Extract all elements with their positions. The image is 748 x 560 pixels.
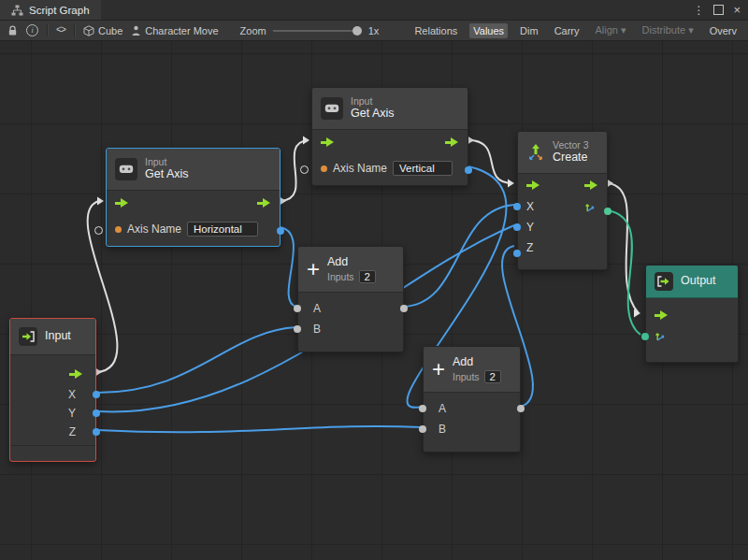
toolbar-separator — [74, 24, 75, 36]
inputs-label: Inputs — [453, 371, 480, 383]
node-footer — [10, 445, 95, 461]
node-output[interactable]: Output — [645, 265, 739, 363]
add-a-input-port[interactable] — [294, 305, 301, 312]
x-output-port[interactable] — [93, 391, 100, 398]
dim-toggle[interactable]: Dim — [516, 23, 542, 38]
add-b-label: B — [307, 323, 321, 336]
plus-icon: + — [307, 258, 320, 280]
node-add-2[interactable]: + Add Inputs A B — [423, 346, 521, 452]
y-label: Y — [68, 407, 76, 420]
add-b-input-port[interactable] — [294, 325, 301, 333]
node-title: Get Axis — [351, 107, 395, 122]
wire-flow-vector3-to-output[interactable] — [608, 183, 639, 313]
wire-add1-to-vector3-x[interactable] — [403, 205, 514, 307]
flow-in-arrow-icon — [526, 180, 540, 190]
vector3-type-icon — [584, 202, 596, 216]
axis-input-port[interactable] — [300, 165, 309, 174]
z-output-port[interactable] — [93, 428, 100, 436]
script-graph-icon — [11, 5, 23, 16]
vector3-result-output-port[interactable] — [604, 208, 611, 215]
distribute-dropdown[interactable]: Distribute ▾ — [639, 22, 698, 38]
node-header[interactable]: Output — [646, 266, 738, 298]
maximize-icon[interactable] — [713, 5, 724, 15]
zoom-slider-knob[interactable] — [352, 26, 362, 36]
node-category: Vector 3 — [553, 139, 589, 151]
node-header[interactable]: + Add Inputs — [298, 247, 403, 293]
node-header[interactable]: Input — [10, 319, 95, 355]
character-move-breadcrumb[interactable]: Character Move — [131, 25, 218, 36]
node-get-axis-horizontal[interactable]: Input Get Axis Axis Name — [106, 148, 280, 247]
graph-toolbar: i <> Cube Character Move Zoom — [0, 21, 748, 41]
tab-menu-icon[interactable]: ⋮ — [693, 4, 704, 17]
node-title: Add — [453, 355, 501, 370]
add-sum-output-port[interactable] — [400, 305, 408, 312]
axis-input-port[interactable] — [94, 226, 103, 235]
x-label: X — [526, 200, 534, 213]
y-input-port[interactable] — [513, 223, 521, 231]
add-sum-output-port[interactable] — [517, 405, 525, 412]
zoom-slider[interactable] — [273, 30, 362, 32]
z-input-port[interactable] — [513, 250, 521, 257]
code-view-icon[interactable]: <> — [56, 25, 65, 36]
tab-title: Script Graph — [29, 5, 90, 16]
add-b-input-port[interactable] — [419, 425, 426, 433]
lock-icon[interactable] — [7, 25, 18, 36]
axis-value-field[interactable] — [187, 222, 258, 237]
carry-toggle[interactable]: Carry — [551, 23, 583, 38]
output-icon — [654, 272, 673, 291]
values-toggle[interactable]: Values — [469, 23, 508, 38]
close-icon[interactable]: × — [733, 4, 741, 16]
node-header[interactable]: Vector 3 Create — [518, 132, 607, 174]
graph-canvas[interactable]: Input Get Axis Axis Name — [0, 41, 748, 560]
node-title: Add — [327, 255, 376, 270]
node-header[interactable]: Input Get Axis — [312, 88, 468, 130]
y-output-port[interactable] — [93, 409, 100, 417]
node-title: Create — [553, 151, 589, 165]
wire-input-z-to-add2-b[interactable] — [97, 426, 422, 432]
overview-toggle[interactable]: Overv — [706, 23, 741, 38]
add-a-label: A — [307, 302, 321, 315]
axis-name-label: Axis Name — [333, 162, 387, 175]
node-input[interactable]: Input X Y Z — [9, 318, 96, 462]
value-output-port[interactable] — [465, 166, 472, 174]
inputs-label: Inputs — [327, 271, 354, 283]
flow-out-arrow-icon — [445, 137, 459, 147]
flow-in-arrow-icon — [654, 310, 669, 320]
wire-input-x-to-add1-b[interactable] — [97, 327, 296, 393]
tab-bar: Script Graph ⋮ × — [0, 0, 748, 21]
add-b-label: B — [432, 423, 446, 436]
wire-horizontal-to-add1-a[interactable] — [280, 227, 296, 307]
add-a-input-port[interactable] — [419, 405, 426, 412]
cube-icon — [83, 25, 94, 36]
inputs-count-field[interactable] — [359, 270, 376, 283]
plus-icon: + — [432, 358, 445, 381]
value-input-port[interactable] — [641, 333, 649, 340]
node-category: Input — [351, 95, 395, 108]
vector3-icon — [526, 143, 545, 162]
cube-breadcrumb[interactable]: Cube — [83, 25, 122, 36]
x-label: X — [68, 388, 76, 401]
gamepad-icon — [321, 97, 343, 120]
node-title: Output — [681, 274, 716, 289]
y-label: Y — [526, 221, 534, 234]
node-vector3-create[interactable]: Vector 3 Create X Y Z — [517, 131, 608, 270]
flow-out-arrow-icon — [584, 180, 598, 190]
relations-toggle[interactable]: Relations — [410, 23, 461, 38]
node-get-axis-vertical[interactable]: Input Get Axis Axis Name — [311, 87, 468, 186]
node-add-1[interactable]: + Add Inputs A B — [297, 246, 404, 352]
x-input-port[interactable] — [513, 203, 521, 210]
axis-value-field[interactable] — [393, 161, 453, 176]
character-move-icon — [131, 25, 141, 36]
axis-name-dot — [115, 226, 122, 233]
tab-script-graph[interactable]: Script Graph — [0, 0, 101, 20]
value-output-port[interactable] — [277, 227, 284, 235]
node-header[interactable]: Input Get Axis — [107, 149, 280, 191]
align-dropdown[interactable]: Align ▾ — [592, 22, 630, 38]
inputs-count-field[interactable] — [484, 370, 501, 383]
chevron-down-icon: ▾ — [621, 24, 626, 36]
flow-out-arrow-icon — [69, 369, 83, 379]
info-icon[interactable]: i — [26, 24, 38, 36]
node-header[interactable]: + Add Inputs — [424, 347, 520, 393]
zoom-value: 1x — [368, 25, 380, 36]
flow-out-arrow-icon — [257, 198, 271, 208]
